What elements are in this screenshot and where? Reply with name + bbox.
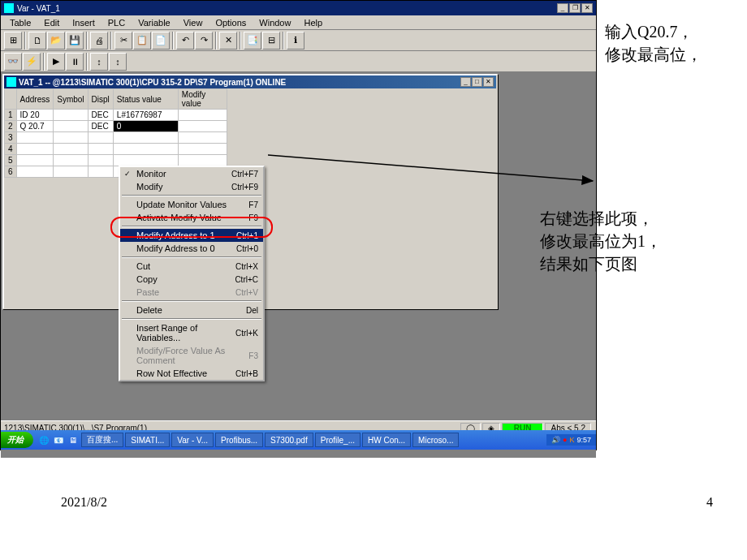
taskbar-item[interactable]: SIMATI... <box>125 433 170 447</box>
taskbar-item[interactable]: Profile_... <box>315 433 361 447</box>
menu-variable[interactable]: Variable <box>132 17 176 28</box>
menu-item[interactable]: Modify Address to 1Ctrl+1 <box>120 229 263 242</box>
menubar: Table Edit Insert PLC Variable View Opti… <box>1 15 596 30</box>
menu-item[interactable]: ✓MonitorCtrl+F7 <box>120 167 263 180</box>
toolbar-button[interactable]: ↕ <box>109 53 127 71</box>
menu-plc[interactable]: PLC <box>102 17 131 28</box>
menu-item[interactable]: Update Monitor ValuesF7 <box>120 198 263 211</box>
col-display[interactable]: Displ <box>88 89 113 110</box>
tray-icon[interactable]: 🔊 <box>551 436 560 444</box>
main-window: Var - VAT_1 _ ❐ ✕ Table Edit Insert PLC … <box>0 0 597 450</box>
redo-button[interactable]: ↷ <box>195 32 213 50</box>
copy-button[interactable]: 📋 <box>133 32 151 50</box>
close-button[interactable]: ✕ <box>581 3 593 13</box>
table-row[interactable]: 3 <box>5 132 227 144</box>
table-row[interactable]: 1 ID 20 DEC L#16776987 <box>5 110 227 121</box>
context-menu: ✓MonitorCtrl+F7ModifyCtrl+F9Update Monit… <box>119 166 265 381</box>
doc-title: VAT_1 -- @1213\SIMATIC 300(1)\CPU 315-2 … <box>19 78 460 87</box>
toolbar-button[interactable]: ⏸ <box>66 53 84 71</box>
toolbar-1: ⊞ 🗋 📂 💾 🖨 ✂ 📋 📄 ↶ ↷ ✕ 📑 ⊟ ℹ <box>1 30 596 51</box>
toolbar-button[interactable]: ⊞ <box>4 32 22 50</box>
taskbar-item[interactable]: S7300.pdf <box>265 433 313 447</box>
cut-button[interactable]: ✂ <box>114 32 132 50</box>
doc-icon <box>6 77 16 87</box>
taskbar-item[interactable]: Profibus... <box>215 433 263 447</box>
save-button[interactable]: 💾 <box>66 32 84 50</box>
menu-view[interactable]: View <box>178 17 209 28</box>
new-button[interactable]: 🗋 <box>28 32 46 50</box>
doc-titlebar: VAT_1 -- @1213\SIMATIC 300(1)\CPU 315-2 … <box>4 75 496 88</box>
menu-edit[interactable]: Edit <box>38 17 65 28</box>
toolbar-button[interactable]: ▶ <box>47 53 65 71</box>
quick-launch-icon[interactable]: 🖥 <box>66 433 80 447</box>
table-row[interactable]: 4 <box>5 144 227 155</box>
annotation-2: 右键选择此项，修改最高位为1，结果如下页图 <box>540 207 662 275</box>
toolbar-button[interactable]: ⊟ <box>262 32 280 50</box>
menu-item[interactable]: Row Not EffectiveCtrl+B <box>120 367 263 380</box>
tray-icon[interactable]: K <box>569 436 574 444</box>
menu-item[interactable]: CutCtrl+X <box>120 260 263 273</box>
window-title: Var - VAT_1 <box>17 4 557 13</box>
menu-help[interactable]: Help <box>298 17 328 28</box>
paste-button[interactable]: 📄 <box>152 32 170 50</box>
annotation-1: 输入Q20.7，修改最高位， <box>605 20 702 66</box>
table-row[interactable]: 2 Q 20.7 DEC 0 <box>5 121 227 132</box>
toolbar-2: 👓 ⚡ ▶ ⏸ ↕ ↕ <box>1 51 596 72</box>
table-row[interactable]: 5 <box>5 155 227 166</box>
minimize-button[interactable]: _ <box>557 3 568 13</box>
app-icon <box>4 3 14 13</box>
taskbar-item[interactable]: Var - V... <box>171 433 214 447</box>
footer-date: 2021/8/2 <box>61 495 107 510</box>
col-symbol[interactable]: Symbol <box>54 89 88 110</box>
undo-button[interactable]: ↶ <box>176 32 194 50</box>
taskbar-item[interactable]: Microso... <box>412 433 459 447</box>
taskbar-item[interactable]: HW Con... <box>362 433 411 447</box>
tray-clock: 9:57 <box>576 436 591 444</box>
doc-minimize[interactable]: _ <box>460 77 471 87</box>
col-status[interactable]: Status value <box>113 89 178 110</box>
menu-options[interactable]: Options <box>209 17 252 28</box>
quick-launch-icon[interactable]: 📧 <box>51 433 66 447</box>
system-tray[interactable]: 🔊 ● K 9:57 <box>546 434 596 446</box>
toolbar-button[interactable]: ↕ <box>90 53 108 71</box>
delete-button[interactable]: ✕ <box>219 32 237 50</box>
titlebar: Var - VAT_1 _ ❐ ✕ <box>1 1 596 15</box>
menu-insert[interactable]: Insert <box>67 17 101 28</box>
start-button[interactable]: 开始 <box>1 432 33 448</box>
col-address[interactable]: Address <box>16 89 54 110</box>
mdi-area: VAT_1 -- @1213\SIMATIC 300(1)\CPU 315-2 … <box>1 72 596 458</box>
menu-item[interactable]: Modify/Force Value As CommentF3 <box>120 344 263 367</box>
menu-item[interactable]: Modify Address to 0Ctrl+0 <box>120 242 263 255</box>
restore-button[interactable]: ❐ <box>569 3 581 13</box>
open-button[interactable]: 📂 <box>47 32 65 50</box>
menu-item[interactable]: PasteCtrl+V <box>120 286 263 299</box>
col-modify[interactable]: Modify value <box>178 89 227 110</box>
menu-item[interactable]: CopyCtrl+C <box>120 273 263 286</box>
quick-launch-icon[interactable]: 🌐 <box>37 433 51 447</box>
menu-item[interactable]: DeleteDel <box>120 304 263 317</box>
modify-button[interactable]: ⚡ <box>23 53 41 71</box>
variable-table[interactable]: Address Symbol Displ Status value Modify… <box>4 88 227 178</box>
doc-maximize[interactable]: □ <box>472 77 482 87</box>
help-button[interactable]: ℹ <box>287 32 304 50</box>
print-button[interactable]: 🖨 <box>90 32 108 50</box>
tray-icon[interactable]: ● <box>563 436 567 444</box>
menu-item[interactable]: ModifyCtrl+F9 <box>120 180 263 193</box>
taskbar: 开始 🌐 📧 🖥 百度搜... SIMATI... Var - V... Pro… <box>1 430 596 450</box>
insert-button[interactable]: 📑 <box>244 32 261 50</box>
menu-item[interactable]: Activate Modify ValueF9 <box>120 211 263 224</box>
footer-page: 4 <box>706 495 713 510</box>
taskbar-item[interactable]: 百度搜... <box>81 433 123 447</box>
monitor-button[interactable]: 👓 <box>4 53 22 71</box>
corner-cell[interactable] <box>5 89 17 110</box>
doc-close[interactable]: ✕ <box>483 77 494 87</box>
menu-table[interactable]: Table <box>4 17 37 28</box>
menu-window[interactable]: Window <box>253 17 296 28</box>
menu-item[interactable]: Insert Range of Variables...Ctrl+K <box>120 321 263 344</box>
